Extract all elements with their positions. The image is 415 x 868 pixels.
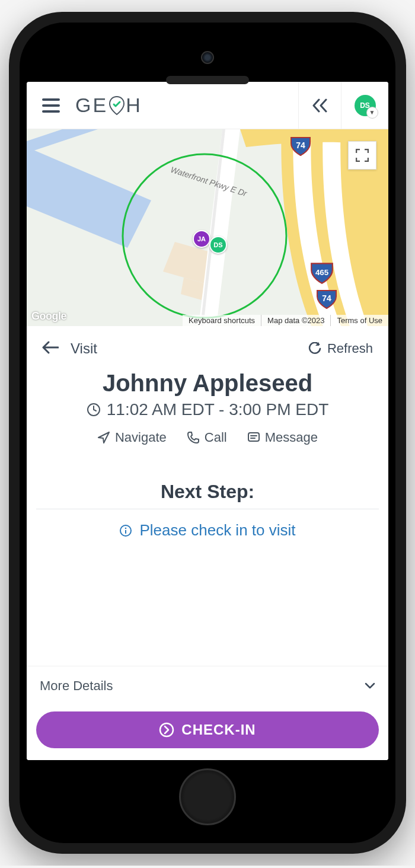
svg-text:74: 74 xyxy=(322,293,331,303)
svg-rect-18 xyxy=(125,530,126,534)
call-button[interactable]: Call xyxy=(187,430,227,445)
message-icon xyxy=(247,431,260,444)
next-step-title: Next Step: xyxy=(27,481,388,509)
svg-rect-1 xyxy=(42,104,60,107)
logo-text-left: GE xyxy=(75,94,108,117)
patient-name: Johnny Appleseed xyxy=(27,370,388,397)
action-row: Navigate Call Messag xyxy=(27,430,388,445)
map-attribution: Keyboard shortcuts Map data ©2023 Terms … xyxy=(183,315,388,326)
app-logo: GE H xyxy=(75,94,142,117)
fullscreen-icon xyxy=(356,149,369,162)
chevron-down-icon: ▼ xyxy=(366,107,378,119)
back-button[interactable] xyxy=(42,341,59,356)
phone-home-button xyxy=(179,768,236,825)
svg-text:465: 465 xyxy=(315,268,329,277)
next-step-message-row: Please check in to visit xyxy=(27,521,388,540)
arrow-left-icon xyxy=(42,341,59,354)
svg-text:74: 74 xyxy=(296,141,305,150)
highway-shield-icon: 465 xyxy=(310,261,334,285)
svg-point-19 xyxy=(160,723,173,736)
clock-icon xyxy=(87,403,101,417)
call-label: Call xyxy=(205,430,227,445)
logo-pin-icon xyxy=(109,96,124,115)
map-pin-label: DS xyxy=(213,241,222,248)
map-pin-label: JA xyxy=(197,235,206,242)
message-button[interactable]: Message xyxy=(247,430,318,445)
navigate-label: Navigate xyxy=(115,430,167,445)
next-step-message: Please check in to visit xyxy=(139,521,295,540)
map-data-label: Map data ©2023 xyxy=(261,315,330,326)
navigate-button[interactable]: Navigate xyxy=(97,430,167,445)
map-fullscreen-button[interactable] xyxy=(348,141,376,170)
message-label: Message xyxy=(265,430,318,445)
more-details-toggle[interactable]: More Details xyxy=(27,666,388,706)
map-pin-patient[interactable]: JA xyxy=(193,230,210,248)
avatar: DS ▼ xyxy=(355,95,376,116)
map-shortcuts-link[interactable]: Keyboard shortcuts xyxy=(183,315,261,326)
navigate-icon xyxy=(97,431,110,444)
svg-rect-2 xyxy=(42,110,60,113)
highway-shield-icon: 74 xyxy=(316,288,337,309)
map-google-logo: Google xyxy=(31,310,66,323)
double-chevron-left-icon xyxy=(312,98,328,113)
logo-text-right: H xyxy=(126,94,142,117)
refresh-icon xyxy=(308,342,321,355)
checkin-button[interactable]: CHECK-IN xyxy=(36,711,379,748)
svg-point-17 xyxy=(125,527,127,529)
checkin-label: CHECK-IN xyxy=(181,722,256,738)
phone-camera xyxy=(201,51,214,64)
svg-rect-0 xyxy=(42,98,60,101)
map-area[interactable]: Waterfront Pkwy E Dr 74 465 74 JA xyxy=(27,129,388,326)
checkin-icon xyxy=(159,722,174,738)
phone-speaker xyxy=(166,76,249,84)
map-pin-user[interactable]: DS xyxy=(209,236,227,254)
collapse-button[interactable] xyxy=(298,82,341,129)
visit-title: Visit xyxy=(71,340,97,357)
visit-header-row: Visit Refresh xyxy=(27,326,388,364)
visit-content: Visit Refresh Johnny Appleseed xyxy=(27,326,388,760)
phone-icon xyxy=(187,431,200,444)
visit-time-row: 11:02 AM EDT - 3:00 PM EDT xyxy=(27,400,388,419)
svg-rect-13 xyxy=(248,433,259,441)
chevron-down-icon xyxy=(365,682,375,690)
app-screen: GE H xyxy=(27,82,388,760)
hamburger-icon xyxy=(42,98,60,113)
refresh-label: Refresh xyxy=(327,341,373,356)
top-bar: GE H xyxy=(27,82,388,129)
phone-inner: GE H xyxy=(20,23,395,843)
more-details-label: More Details xyxy=(40,678,113,694)
user-menu[interactable]: DS ▼ xyxy=(341,82,388,129)
divider xyxy=(36,509,379,509)
menu-button[interactable] xyxy=(27,98,75,113)
info-icon xyxy=(119,524,132,537)
phone-frame: GE H xyxy=(9,12,406,854)
visit-time-text: 11:02 AM EDT - 3:00 PM EDT xyxy=(107,400,329,419)
refresh-button[interactable]: Refresh xyxy=(308,341,373,356)
highway-shield-icon: 74 xyxy=(290,135,311,157)
map-terms-link[interactable]: Terms of Use xyxy=(330,315,388,326)
